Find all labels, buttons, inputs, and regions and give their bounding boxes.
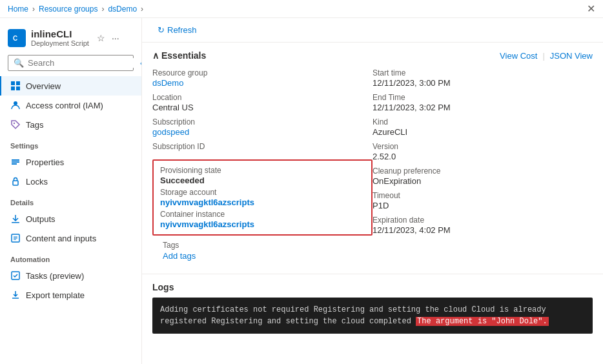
- main-content: ↻ Refresh ∧ Essentials View Cost | JSON …: [142, 18, 603, 364]
- sidebar-item-properties[interactable]: Properties: [0, 152, 141, 172]
- toolbar: ↻ Refresh: [142, 18, 603, 43]
- sidebar-item-label-export: Export template: [26, 290, 85, 300]
- field-container-instance: Container instance nyivvmvagktl6azscript…: [160, 210, 365, 229]
- field-storage-account: Storage account nyivvmvagktl6azscripts: [160, 188, 365, 207]
- svg-point-7: [14, 123, 15, 124]
- essentials-section: ∧ Essentials View Cost | JSON View Resou…: [142, 43, 603, 274]
- sidebar-item-label-content: Content and inputs: [26, 234, 96, 243]
- sidebar-header: C inlineCLI Deployment Script ☆ ···: [0, 23, 141, 50]
- field-timeout: Timeout P1D: [373, 191, 593, 210]
- app-subtitle: Deployment Script: [31, 39, 89, 47]
- logs-highlight-text: The argument is "John Dole".: [416, 317, 549, 326]
- svg-point-6: [14, 101, 17, 105]
- svg-rect-8: [12, 159, 19, 161]
- section-settings: Settings: [0, 134, 141, 152]
- overview-icon: [10, 81, 21, 91]
- field-subscription: Subscription godspeed: [152, 117, 373, 137]
- sidebar-item-content[interactable]: Content and inputs: [0, 228, 141, 248]
- more-button[interactable]: ···: [112, 33, 119, 43]
- sidebar-item-label-overview: Overview: [26, 81, 61, 91]
- breadcrumb-dsdemo[interactable]: dsDemo: [108, 5, 137, 14]
- essentials-actions: View Cost | JSON View: [500, 51, 593, 61]
- tasks-icon: [10, 270, 21, 281]
- close-button[interactable]: ✕: [587, 3, 595, 15]
- refresh-button[interactable]: ↻ Refresh: [152, 22, 202, 38]
- breadcrumb: Home › Resource groups › dsDemo ›: [8, 5, 143, 14]
- field-kind: Kind AzureCLI: [373, 117, 593, 137]
- subscription-link[interactable]: godspeed: [152, 127, 189, 137]
- svg-rect-5: [16, 86, 20, 90]
- resource-group-link[interactable]: dsDemo: [152, 78, 183, 88]
- svg-rect-9: [12, 161, 19, 163]
- app-icon: C: [8, 29, 26, 47]
- breadcrumb-resource-groups[interactable]: Resource groups: [39, 5, 97, 14]
- essentials-grid: Resource group dsDemo Location Central U…: [152, 68, 593, 236]
- iam-icon: [10, 100, 21, 110]
- section-details: Details: [0, 191, 141, 209]
- sidebar-item-locks[interactable]: Locks: [0, 172, 141, 191]
- provisioning-box: Provisioning state Succeeded Storage acc…: [152, 159, 373, 236]
- outputs-icon: [10, 214, 21, 224]
- field-expiration-date: Expiration date 12/11/2023, 4:02 PM: [373, 216, 593, 235]
- logs-section: Logs Adding certificates not required Re…: [142, 274, 603, 341]
- search-input[interactable]: [28, 58, 136, 68]
- locks-icon: [10, 176, 21, 187]
- essentials-collapse-icon[interactable]: ∧: [152, 50, 159, 61]
- view-cost-link[interactable]: View Cost: [500, 51, 537, 61]
- json-view-link[interactable]: JSON View: [550, 51, 593, 61]
- essentials-header: ∧ Essentials View Cost | JSON View: [152, 50, 593, 61]
- sidebar-item-overview[interactable]: Overview: [0, 76, 141, 96]
- main-layout: C inlineCLI Deployment Script ☆ ··· 🔍 « …: [0, 18, 603, 364]
- breadcrumb-sep-3: ›: [141, 5, 143, 14]
- svg-text:C: C: [13, 35, 17, 42]
- add-tags-link[interactable]: Add tags: [163, 251, 196, 261]
- sidebar-item-label-iam: Access control (IAM): [26, 101, 103, 110]
- essentials-right: Start time 12/11/2023, 3:00 PM End Time …: [373, 68, 593, 236]
- svg-rect-3: [16, 81, 20, 85]
- actions-sep: |: [542, 51, 544, 61]
- sidebar-item-tags[interactable]: Tags: [0, 115, 141, 134]
- logs-content: Adding certificates not required Registe…: [152, 298, 593, 334]
- field-provisioning: Provisioning state Succeeded: [160, 166, 365, 185]
- sidebar-item-outputs[interactable]: Outputs: [0, 209, 141, 228]
- export-icon: [10, 290, 21, 300]
- svg-rect-12: [12, 222, 19, 223]
- field-location: Location Central US: [152, 93, 373, 112]
- storage-account-link[interactable]: nyivvmvagktl6azscripts: [160, 197, 254, 207]
- essentials-title: ∧ Essentials: [152, 50, 206, 61]
- field-subscription-id: Subscription ID: [152, 142, 373, 152]
- field-version: Version 2.52.0: [373, 142, 593, 161]
- essentials-left: Resource group dsDemo Location Central U…: [152, 68, 373, 236]
- svg-rect-10: [12, 163, 17, 165]
- top-bar: Home › Resource groups › dsDemo › ✕: [0, 0, 603, 18]
- properties-icon: [10, 157, 21, 167]
- field-cleanup: Cleanup preference OnExpiration: [373, 167, 593, 186]
- content-icon: [10, 233, 21, 243]
- refresh-label: Refresh: [167, 25, 197, 35]
- breadcrumb-home[interactable]: Home: [8, 5, 28, 14]
- breadcrumb-sep-2: ›: [101, 5, 104, 14]
- refresh-icon: ↻: [158, 25, 165, 35]
- sidebar-item-label-tags: Tags: [26, 120, 43, 130]
- field-resource-group: Resource group dsDemo: [152, 68, 373, 88]
- sidebar-item-iam[interactable]: Access control (IAM): [0, 96, 141, 115]
- sidebar-item-tasks[interactable]: Tasks (preview): [0, 266, 141, 285]
- svg-rect-4: [11, 86, 15, 90]
- favorite-button[interactable]: ☆: [97, 33, 105, 43]
- search-icon: 🔍: [14, 58, 24, 68]
- breadcrumb-sep-1: ›: [32, 5, 35, 14]
- field-start-time: Start time 12/11/2023, 3:00 PM: [373, 68, 593, 88]
- svg-rect-11: [13, 181, 18, 185]
- sidebar-item-label-properties: Properties: [26, 157, 64, 167]
- sidebar-title-group: inlineCLI Deployment Script: [31, 28, 89, 47]
- sidebar-item-label-tasks: Tasks (preview): [26, 271, 84, 281]
- app-title: inlineCLI: [31, 28, 89, 39]
- sidebar-item-label-locks: Locks: [26, 177, 48, 187]
- svg-rect-2: [11, 81, 15, 85]
- container-instance-link[interactable]: nyivvmvagktl6azscripts: [160, 219, 254, 229]
- field-end-time: End Time 12/11/2023, 3:02 PM: [373, 93, 593, 112]
- search-box: 🔍 «: [8, 55, 134, 71]
- sidebar: C inlineCLI Deployment Script ☆ ··· 🔍 « …: [0, 18, 142, 364]
- sidebar-item-label-outputs: Outputs: [26, 214, 56, 224]
- sidebar-item-export[interactable]: Export template: [0, 285, 141, 305]
